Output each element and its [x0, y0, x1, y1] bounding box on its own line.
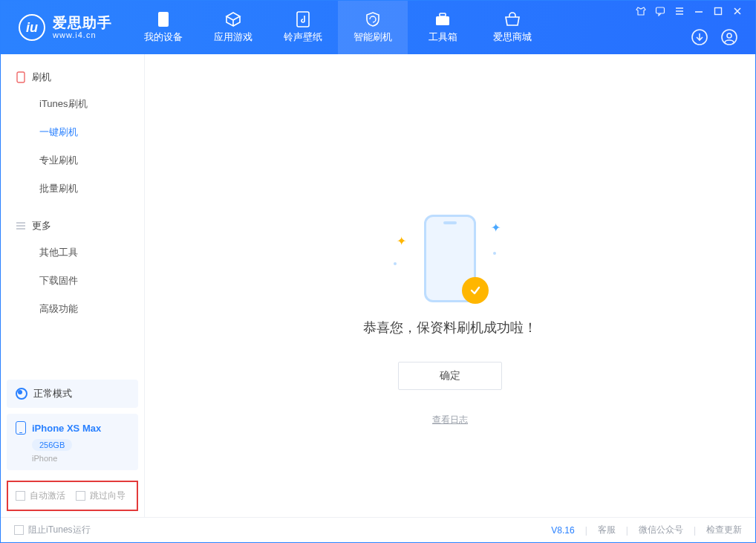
checkbox-icon: [16, 491, 25, 501]
checkbox-block-itunes[interactable]: 阻止iTunes运行: [14, 524, 91, 536]
success-message: 恭喜您，保资料刷机成功啦！: [363, 319, 537, 336]
body: 刷机 iTunes刷机 一键刷机 专业刷机 批量刷机 更多 其他工具 下载固件 …: [1, 54, 755, 517]
maximize-icon[interactable]: [712, 5, 724, 17]
nav-label: 工具箱: [428, 30, 457, 44]
nav-smart-flash[interactable]: 智能刷机: [338, 1, 408, 54]
account-icons: [690, 27, 739, 47]
sidebar: 刷机 iTunes刷机 一键刷机 专业刷机 批量刷机 更多 其他工具 下载固件 …: [1, 54, 145, 517]
sidebar-item-download-firmware[interactable]: 下载固件: [1, 267, 144, 295]
section-title: 更多: [32, 219, 51, 233]
toolbox-icon: [434, 11, 451, 27]
svg-rect-0: [158, 12, 169, 27]
sidebar-scroll: 刷机 iTunes刷机 一键刷机 专业刷机 批量刷机 更多 其他工具 下载固件 …: [1, 54, 144, 374]
success-panel: ✦ ✦ 恭喜您，保资料刷机成功啦！ 确定 查看日志: [363, 210, 537, 426]
dot-icon: [394, 262, 397, 265]
sparkle-icon: ✦: [397, 234, 406, 248]
device-top: iPhone XS Max: [16, 421, 129, 435]
ok-button[interactable]: 确定: [398, 362, 502, 390]
sidebar-bottom: 正常模式 iPhone XS Max 256GB iPhone 自动激活: [1, 374, 144, 517]
svg-rect-4: [656, 7, 665, 13]
statusbar: 阻止iTunes运行 V8.16 | 客服 | 微信公众号 | 检查更新: [1, 517, 755, 542]
sidebar-section-more: 更多: [1, 213, 144, 238]
sidebar-item-pro-flash[interactable]: 专业刷机: [1, 146, 144, 175]
svg-rect-9: [17, 72, 25, 82]
list-icon: [16, 221, 26, 231]
logo-text: 爱思助手 www.i4.cn: [53, 16, 112, 40]
app-title: 爱思助手: [53, 16, 112, 31]
top-nav: 我的设备 应用游戏 铃声壁纸 智能刷机 工具箱 爱思商城: [128, 1, 547, 54]
phone-icon: [155, 11, 172, 27]
titlebar-right: [630, 1, 748, 54]
nav-label: 铃声壁纸: [284, 30, 322, 44]
nav-label: 我的设备: [144, 30, 183, 44]
device-icon: [16, 72, 26, 82]
sidebar-item-advanced[interactable]: 高级功能: [1, 295, 144, 323]
svg-rect-5: [715, 8, 722, 15]
svg-rect-2: [436, 16, 449, 25]
statusbar-right: V8.16 | 客服 | 微信公众号 | 检查更新: [551, 524, 742, 536]
cube-icon: [225, 11, 241, 27]
separator: |: [694, 525, 696, 536]
success-illustration: ✦ ✦: [383, 210, 517, 307]
wechat-link[interactable]: 微信公众号: [639, 524, 683, 536]
feedback-icon[interactable]: [654, 5, 666, 17]
nav-toolbox[interactable]: 工具箱: [408, 1, 478, 54]
svg-rect-3: [440, 13, 446, 16]
logo-area: iu 爱思助手 www.i4.cn: [1, 14, 128, 41]
device-name: iPhone XS Max: [32, 423, 101, 434]
options-box-highlighted: 自动激活 跳过向导: [7, 481, 138, 511]
check-update-link[interactable]: 检查更新: [706, 524, 742, 536]
checkbox-label: 跳过向导: [90, 490, 126, 502]
store-icon: [504, 11, 521, 27]
titlebar: iu 爱思助手 www.i4.cn 我的设备 应用游戏 铃声壁纸 智能刷机: [1, 1, 755, 54]
device-box[interactable]: iPhone XS Max 256GB iPhone: [7, 414, 138, 470]
sidebar-section-flash: 刷机: [1, 65, 144, 90]
minimize-icon[interactable]: [693, 5, 705, 17]
phone-small-icon: [16, 421, 26, 435]
svg-point-7: [722, 30, 737, 45]
nav-label: 智能刷机: [353, 30, 392, 44]
version-label: V8.16: [551, 525, 574, 536]
download-icon[interactable]: [690, 27, 709, 47]
mode-label: 正常模式: [33, 387, 72, 400]
sidebar-item-itunes-flash[interactable]: iTunes刷机: [1, 90, 144, 118]
sparkle-icon: ✦: [491, 221, 501, 235]
menu-icon[interactable]: [674, 5, 685, 17]
sidebar-item-oneclick-flash[interactable]: 一键刷机: [1, 118, 144, 146]
nav-store[interactable]: 爱思商城: [478, 1, 547, 54]
separator: |: [626, 525, 628, 536]
dot-icon: [493, 252, 496, 255]
checkbox-label: 阻止iTunes运行: [28, 524, 91, 536]
mode-box[interactable]: 正常模式: [7, 380, 138, 408]
sidebar-list-more: 其他工具 下载固件 高级功能: [1, 238, 144, 323]
app-subtitle: www.i4.cn: [53, 30, 112, 39]
user-icon[interactable]: [720, 27, 739, 47]
view-log-link[interactable]: 查看日志: [432, 414, 468, 426]
separator: |: [585, 525, 587, 536]
support-link[interactable]: 客服: [598, 524, 616, 536]
checkbox-skip-guide[interactable]: 跳过向导: [76, 490, 126, 502]
nav-label: 爱思商城: [493, 30, 532, 44]
logo-icon: iu: [19, 14, 45, 41]
window-controls: [635, 5, 743, 17]
shield-sync-icon: [365, 11, 381, 27]
nav-label: 应用游戏: [214, 30, 252, 44]
device-capacity: 256GB: [32, 439, 72, 451]
music-file-icon: [295, 11, 311, 27]
sidebar-item-other-tools[interactable]: 其他工具: [1, 238, 144, 267]
nav-my-device[interactable]: 我的设备: [128, 1, 198, 54]
checkbox-icon: [76, 491, 85, 501]
section-title: 刷机: [32, 71, 51, 84]
shirt-icon[interactable]: [635, 5, 647, 17]
check-badge-icon: [462, 277, 489, 304]
nav-ringtone-wallpaper[interactable]: 铃声壁纸: [268, 1, 338, 54]
sidebar-item-batch-flash[interactable]: 批量刷机: [1, 175, 144, 203]
checkbox-auto-activate[interactable]: 自动激活: [16, 490, 65, 502]
mode-icon: [16, 388, 27, 400]
close-icon[interactable]: [731, 5, 743, 17]
svg-point-8: [727, 33, 731, 38]
main-content: ✦ ✦ 恭喜您，保资料刷机成功啦！ 确定 查看日志: [145, 54, 755, 517]
app-window: iu 爱思助手 www.i4.cn 我的设备 应用游戏 铃声壁纸 智能刷机: [0, 0, 756, 543]
checkbox-icon: [14, 525, 24, 535]
nav-apps-games[interactable]: 应用游戏: [198, 1, 268, 54]
